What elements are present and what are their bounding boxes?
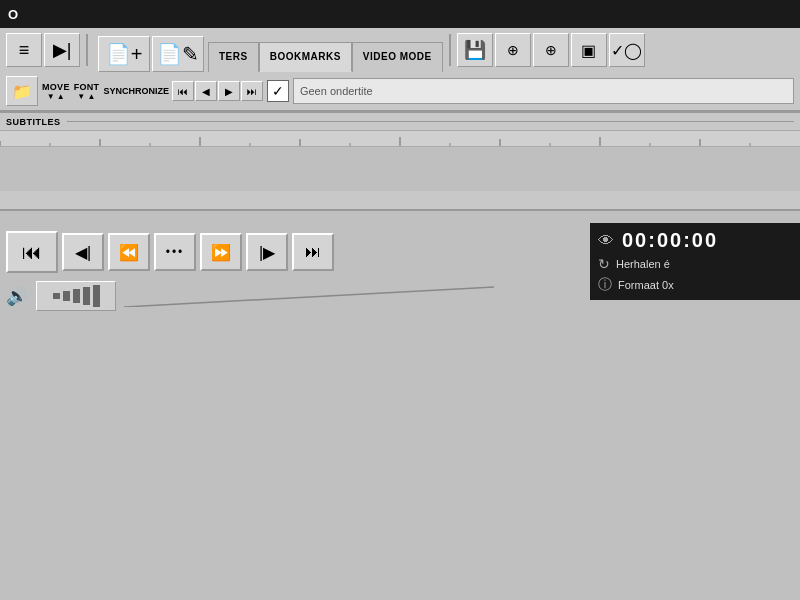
folder-icon: 📁 [12, 82, 32, 101]
subtitle-text: Geen ondertite [300, 85, 373, 97]
subtitle-edit-row: 📁 MOVE ▼ ▲ FONT ▼ ▲ SYNCHRONIZE ⏮ ◀ ▶ ⏭ [0, 72, 800, 112]
font-arrows: ▼ ▲ [77, 92, 95, 101]
vol-bar-1 [53, 293, 60, 299]
volume-triangle-svg [124, 285, 504, 307]
fast-forward-icon: ⏩ [211, 243, 231, 262]
check-button[interactable]: ✓◯ [609, 33, 645, 67]
save-icon: 💾 [464, 39, 486, 61]
add-doc-icon: 📄+ [106, 42, 143, 66]
edit-doc-icon: 📄✎ [157, 42, 199, 66]
separator2 [449, 34, 451, 66]
align-v-button[interactable]: ⊕ [533, 33, 569, 67]
checkbox-check-icon: ✓ [272, 83, 284, 99]
sync-group: SYNCHRONIZE ⏮ ◀ ▶ ⏭ [103, 81, 263, 101]
tab-buttons: TERS BOOKMARKS VIDEO MODE [208, 28, 443, 72]
skip-to-start-btn[interactable]: ⏮ [6, 231, 58, 273]
repeat-icon: ↻ [598, 256, 610, 272]
prev-frame-btn[interactable]: ◀| [62, 233, 104, 271]
align-h-icon: ⊕ [507, 42, 519, 58]
edit-subtitle-button[interactable]: 📄✎ [152, 36, 204, 72]
repeat-label: Herhalen é [616, 258, 670, 270]
volume-icon: 🔊 [6, 285, 28, 307]
svg-line-16 [124, 287, 494, 307]
timeline-track[interactable] [0, 147, 800, 191]
font-label: FONT [74, 82, 100, 92]
fast-forward-btn[interactable]: ⏩ [200, 233, 242, 271]
eye-icon: 👁 [598, 232, 614, 250]
repeat-row: ↻ Herhalen é [598, 256, 792, 272]
next-frame-btn[interactable]: |▶ [246, 233, 288, 271]
sync-skip-forward-btn[interactable]: ⏭ [241, 81, 263, 101]
tab-group-ters: 📄+ 📄✎ [98, 28, 204, 72]
tab-bookmarks[interactable]: BOOKMARKS [259, 42, 352, 72]
font-increase-arrow[interactable]: ▲ [88, 92, 96, 101]
font-decrease-arrow[interactable]: ▼ [77, 92, 85, 101]
subtitle-text-display: Geen ondertite [293, 78, 794, 104]
vol-bar-3 [73, 289, 80, 303]
toolbar-row1: ≡ ▶| 📄+ 📄✎ TERS BOOKMARKS [0, 28, 800, 72]
info-panel: 👁 00:00:00 ↻ Herhalen é ⓘ Formaat 0x [590, 223, 800, 300]
separator1 [86, 34, 88, 66]
next-frame-icon: |▶ [259, 243, 275, 262]
volume-visual [36, 281, 116, 311]
frame-icon: ▣ [581, 41, 596, 60]
rewind-btn[interactable]: ⏪ [108, 233, 150, 271]
player-time-display: 00:00:00 [622, 229, 718, 252]
frame-button[interactable]: ▣ [571, 33, 607, 67]
move-down-arrow[interactable]: ▼ [47, 92, 55, 101]
list-button[interactable]: ≡ [6, 33, 42, 67]
timeline-ruler [0, 131, 800, 147]
skip-to-end-icon: ⏭ [305, 243, 321, 261]
time-row: 👁 00:00:00 [598, 229, 792, 252]
ruler-svg [0, 131, 800, 147]
spacer [0, 211, 800, 223]
app-title: O [8, 7, 18, 22]
font-control: FONT ▼ ▲ [74, 82, 100, 101]
add-subtitle-button[interactable]: 📄+ [98, 36, 150, 72]
move-arrows: ▼ ▲ [47, 92, 65, 101]
check-icon: ✓◯ [611, 41, 642, 60]
skip-next-button[interactable]: ▶| [44, 33, 80, 67]
subtitles-section-bar: SUBTITLES [0, 113, 800, 131]
vol-bar-4 [83, 287, 90, 305]
menu-dots-btn[interactable]: ••• [154, 233, 196, 271]
format-row: ⓘ Formaat 0x [598, 276, 792, 294]
move-label: MOVE [42, 82, 70, 92]
skip-next-icon: ▶| [53, 39, 72, 61]
align-h-button[interactable]: ⊕ [495, 33, 531, 67]
timeline-area [0, 131, 800, 211]
title-bar: O [0, 0, 800, 28]
list-icon: ≡ [19, 40, 30, 61]
save-button[interactable]: 💾 [457, 33, 493, 67]
info-icon: ⓘ [598, 276, 612, 294]
sync-label: SYNCHRONIZE [103, 86, 169, 96]
vol-bar-5 [93, 285, 100, 307]
sync-skip-back-btn[interactable]: ⏮ [172, 81, 194, 101]
menu-dots-icon: ••• [166, 245, 185, 259]
move-control: MOVE ▼ ▲ [42, 82, 70, 101]
subtitles-label: SUBTITLES [6, 117, 61, 127]
sync-forward-btn[interactable]: ▶ [218, 81, 240, 101]
skip-to-start-icon: ⏮ [22, 241, 42, 264]
sync-back-btn[interactable]: ◀ [195, 81, 217, 101]
prev-frame-icon: ◀| [75, 243, 91, 262]
toolbar-area: ≡ ▶| 📄+ 📄✎ TERS BOOKMARKS [0, 28, 800, 113]
subtitle-checkbox[interactable]: ✓ [267, 80, 289, 102]
open-folder-button[interactable]: 📁 [6, 76, 38, 106]
align-v-icon: ⊕ [545, 42, 557, 58]
rewind-icon: ⏪ [119, 243, 139, 262]
move-up-arrow[interactable]: ▲ [57, 92, 65, 101]
bottom-area: ⏮ ◀| ⏪ ••• ⏩ |▶ ⏭ 🔊 [0, 223, 800, 393]
skip-to-end-btn[interactable]: ⏭ [292, 233, 334, 271]
tab-ters[interactable]: TERS [208, 42, 259, 72]
format-label: Formaat 0x [618, 279, 674, 291]
tab-video-mode[interactable]: VIDEO MODE [352, 42, 443, 72]
vol-bar-2 [63, 291, 70, 301]
